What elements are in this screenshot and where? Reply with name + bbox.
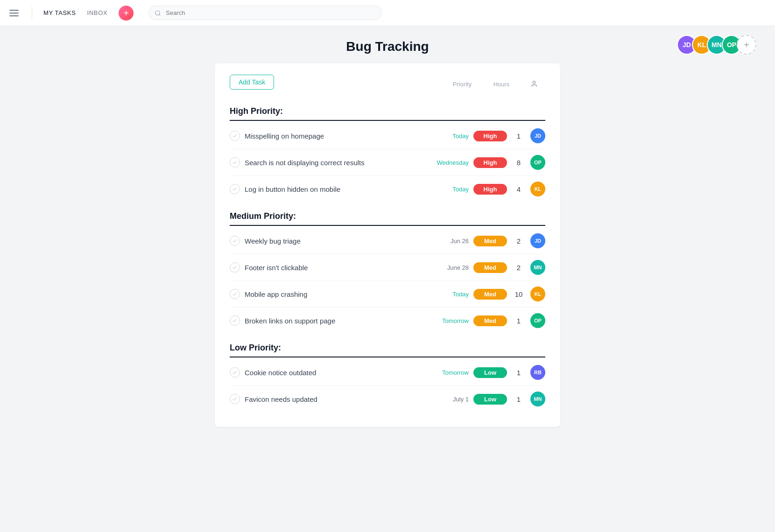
avatar: OP xyxy=(530,155,545,170)
nav-my-tasks[interactable]: MY TASKS xyxy=(43,9,76,16)
avatar: KL xyxy=(530,287,545,301)
table-row: Misspelling on homepageTodayHigh1JD xyxy=(230,123,545,149)
due-date: Jun 26 xyxy=(431,238,469,245)
check-icon[interactable] xyxy=(230,367,240,378)
page-header: Bug Tracking JD KL MN OP + xyxy=(0,26,775,63)
add-task-button[interactable]: Add Task xyxy=(230,75,274,90)
avatar: MN xyxy=(530,260,545,275)
sections-container: High Priority:Misspelling on homepageTod… xyxy=(230,106,545,412)
due-date: June 28 xyxy=(431,264,469,271)
table-row: Broken links on support pageTomorrowMed1… xyxy=(230,308,545,334)
check-icon[interactable] xyxy=(230,236,240,246)
task-name: Search is not displaying correct results xyxy=(245,159,427,167)
avatar: MN xyxy=(530,392,545,406)
hamburger-icon[interactable] xyxy=(7,8,21,18)
avatar: JD xyxy=(530,233,545,248)
avatar: OP xyxy=(530,313,545,328)
col-header-priority: Priority xyxy=(448,81,476,88)
task-name: Mobile app crashing xyxy=(245,290,427,298)
column-headers: Priority Hours xyxy=(448,80,545,88)
task-name: Broken links on support page xyxy=(245,317,427,325)
task-panel: Add Task Priority Hours High Priority:Mi… xyxy=(215,63,560,427)
priority-badge: High xyxy=(473,131,507,141)
check-icon[interactable] xyxy=(230,157,240,168)
search-input[interactable] xyxy=(148,6,382,20)
section-medium: Medium Priority:Weekly bug triageJun 26M… xyxy=(230,211,545,334)
main-content: Add Task Priority Hours High Priority:Mi… xyxy=(0,63,775,446)
check-icon[interactable] xyxy=(230,262,240,273)
task-name: Cookie notice outdated xyxy=(245,369,427,377)
priority-badge: Low xyxy=(473,394,507,405)
add-button[interactable]: + xyxy=(119,6,134,21)
section-title-medium: Medium Priority: xyxy=(230,211,545,226)
topbar: MY TASKS INBOX + xyxy=(0,0,775,26)
hours-value: 2 xyxy=(512,264,526,272)
hours-value: 1 xyxy=(512,395,526,403)
table-row: Footer isn't clickableJune 28Med2MN xyxy=(230,254,545,281)
task-name: Favicon needs updated xyxy=(245,395,427,403)
avatar: KL xyxy=(530,182,545,196)
col-header-person-icon xyxy=(527,80,542,88)
table-row: Mobile app crashingTodayMed10KL xyxy=(230,281,545,308)
hours-value: 1 xyxy=(512,369,526,377)
due-date: July 1 xyxy=(431,396,469,403)
hours-value: 4 xyxy=(512,185,526,193)
priority-badge: Med xyxy=(473,289,507,300)
nav-inbox[interactable]: INBOX xyxy=(87,9,108,16)
check-icon[interactable] xyxy=(230,289,240,299)
check-icon[interactable] xyxy=(230,184,240,194)
priority-badge: Med xyxy=(473,315,507,326)
task-name: Footer isn't clickable xyxy=(245,264,427,272)
svg-point-0 xyxy=(533,81,535,84)
task-name: Weekly bug triage xyxy=(245,237,427,245)
hours-value: 2 xyxy=(512,237,526,245)
avatar: RB xyxy=(530,365,545,380)
header-avatar-add[interactable]: + xyxy=(737,35,756,55)
check-icon[interactable] xyxy=(230,131,240,141)
table-row: Log in button hidden on mobileTodayHigh4… xyxy=(230,176,545,202)
check-icon[interactable] xyxy=(230,394,240,404)
due-date: Today xyxy=(431,291,469,298)
due-date: Today xyxy=(431,186,469,193)
task-name: Misspelling on homepage xyxy=(245,132,427,140)
table-row: Weekly bug triageJun 26Med2JD xyxy=(230,228,545,254)
search-bar xyxy=(148,6,382,20)
hours-value: 10 xyxy=(512,290,526,298)
priority-badge: High xyxy=(473,157,507,168)
due-date: Wednesday xyxy=(431,159,469,166)
check-icon[interactable] xyxy=(230,315,240,326)
section-title-high: High Priority: xyxy=(230,106,545,121)
priority-badge: High xyxy=(473,184,507,195)
priority-badge: Med xyxy=(473,236,507,246)
priority-badge: Med xyxy=(473,262,507,273)
page-title: Bug Tracking xyxy=(346,39,429,54)
priority-badge: Low xyxy=(473,367,507,378)
task-name: Log in button hidden on mobile xyxy=(245,185,427,193)
nav-divider xyxy=(32,6,32,21)
avatar: JD xyxy=(530,128,545,143)
hours-value: 1 xyxy=(512,317,526,325)
due-date: Tomorrow xyxy=(431,317,469,324)
section-low: Low Priority:Cookie notice outdatedTomor… xyxy=(230,343,545,412)
section-high: High Priority:Misspelling on homepageTod… xyxy=(230,106,545,202)
due-date: Tomorrow xyxy=(431,369,469,376)
table-row: Search is not displaying correct results… xyxy=(230,149,545,176)
hours-value: 8 xyxy=(512,159,526,167)
section-title-low: Low Priority: xyxy=(230,343,545,357)
due-date: Today xyxy=(431,133,469,140)
table-row: Cookie notice outdatedTomorrowLow1RB xyxy=(230,359,545,386)
col-header-hours: Hours xyxy=(487,81,515,88)
table-row: Favicon needs updatedJuly 1Low1MN xyxy=(230,386,545,412)
header-avatars: JD KL MN OP + xyxy=(677,35,756,55)
hours-value: 1 xyxy=(512,132,526,140)
